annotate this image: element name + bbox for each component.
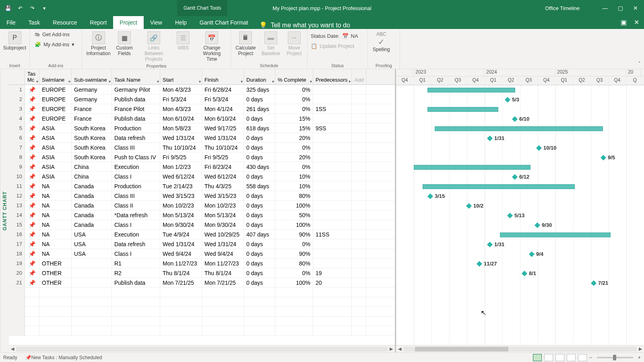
cell-subswimlane[interactable]: Germany	[72, 95, 112, 104]
cell-add[interactable]	[352, 143, 366, 152]
cell-finish[interactable]: Fri 5/3/24	[202, 95, 244, 104]
cell-swimlane[interactable]: ASIA	[39, 123, 72, 133]
cell-start[interactable]: Tue 4/9/24	[160, 230, 202, 239]
cell-start[interactable]	[160, 297, 202, 306]
gantt-row[interactable]: 6/10	[396, 114, 644, 124]
cell-pred[interactable]	[313, 210, 352, 220]
cell-start[interactable]: Mon 1/2/23	[160, 162, 202, 171]
table-row[interactable]: 13📌NACanadaClass IIMon 10/2/23Mon 10/2/2…	[9, 201, 395, 210]
column-header-duration[interactable]: Duration▾	[244, 69, 275, 84]
cell-finish[interactable]: Mon 7/21/25	[202, 278, 244, 287]
save-icon[interactable]: 💾	[3, 3, 13, 13]
cell-pct[interactable]	[275, 307, 313, 316]
cell-swimlane[interactable]: NA	[39, 220, 72, 229]
cell-subswimlane[interactable]	[72, 259, 112, 268]
table-row[interactable]	[9, 297, 395, 307]
cell-add[interactable]	[352, 123, 366, 133]
gantt-milestone[interactable]	[512, 174, 518, 180]
cell-add[interactable]	[352, 307, 366, 316]
cell-add[interactable]	[352, 191, 366, 200]
cell-subswimlane[interactable]: USA	[72, 230, 112, 239]
gantt-bar[interactable]	[423, 184, 575, 189]
tab-resource[interactable]: Resource	[46, 16, 83, 29]
task-mode-icon[interactable]: 📌	[25, 278, 39, 287]
cell-duration[interactable]: 0 days	[244, 143, 275, 152]
gantt-row[interactable]	[396, 124, 644, 134]
view-report-button[interactable]	[578, 354, 587, 361]
task-mode-icon[interactable]: 📌	[25, 239, 39, 249]
cell-swimlane[interactable]: NA	[39, 181, 72, 191]
cell-finish[interactable]: Mon 5/13/24	[202, 210, 244, 220]
table-row[interactable]	[9, 326, 395, 336]
zoom-out-button[interactable]: −	[589, 355, 592, 360]
subproject-button[interactable]: P Subproject	[3, 31, 26, 51]
gantt-row[interactable]	[396, 182, 644, 191]
column-header-subswimlane[interactable]: Sub-swimlane▾	[72, 69, 112, 84]
cell-finish[interactable]: Thu 8/1/24	[202, 268, 244, 278]
table-row[interactable]: 20📌OTHERR2Thu 8/1/24Thu 8/1/240 days0%19	[9, 268, 395, 278]
cell-duration[interactable]: 0 days	[244, 95, 275, 104]
cell-subswimlane[interactable]	[72, 288, 112, 297]
cell-finish[interactable]: Mon 9/30/24	[202, 220, 244, 229]
cell-subswimlane[interactable]: France	[72, 104, 112, 113]
cell-add[interactable]	[352, 249, 366, 258]
cell-start[interactable]: Mon 7/21/25	[160, 278, 202, 287]
cell-add[interactable]	[352, 152, 366, 162]
cell-add[interactable]	[352, 114, 366, 123]
cell-pred[interactable]	[313, 162, 352, 171]
cell-start[interactable]	[160, 288, 202, 297]
cell-taskname[interactable]	[112, 288, 160, 297]
filter-dropdown-icon[interactable]: ▾	[310, 79, 312, 84]
row-number[interactable]: 8	[9, 152, 25, 162]
cell-taskname[interactable]	[112, 317, 160, 326]
view-task-usage-button[interactable]	[544, 354, 553, 361]
cell-pct[interactable]: 15%	[275, 123, 313, 133]
cell-pred[interactable]	[313, 201, 352, 210]
cell-pred[interactable]	[313, 259, 352, 268]
cell-start[interactable]: Mon 5/13/24	[160, 210, 202, 220]
task-mode-icon[interactable]: 📌	[25, 133, 39, 142]
table-row[interactable]: 17📌NAUSAData refreshWed 1/31/24Wed 1/31/…	[9, 239, 395, 249]
cell-finish[interactable]: Wed 10/29/25	[202, 230, 244, 239]
row-number[interactable]: 12	[9, 191, 25, 200]
cell-pct[interactable]: 0%	[275, 104, 313, 113]
cell-swimlane[interactable]: OTHER	[39, 278, 72, 287]
cell-taskname[interactable]	[112, 297, 160, 306]
cell-pct[interactable]: 20%	[275, 133, 313, 142]
row-number[interactable]: 5	[9, 123, 25, 133]
cell-add[interactable]	[352, 239, 366, 249]
gantt-bar[interactable]	[414, 165, 530, 170]
gantt-bar[interactable]	[500, 232, 611, 237]
gantt-horizontal-scrollbar[interactable]: ◀ ▶	[396, 345, 644, 352]
task-mode-icon[interactable]: 📌	[25, 85, 39, 94]
table-row[interactable]: 10📌ASIAChinaClass IWed 6/12/24Wed 6/12/2…	[9, 172, 395, 181]
calculate-project-button[interactable]: 🖩Calculate Project	[234, 31, 257, 57]
cell-swimlane[interactable]: NA	[39, 191, 72, 200]
cell-duration[interactable]: 0 days	[244, 152, 275, 162]
cell-swimlane[interactable]: NA	[39, 210, 72, 220]
cell-taskname[interactable]: Class I	[112, 249, 160, 258]
cell-swimlane[interactable]: EUROPE	[39, 104, 72, 113]
cell-start[interactable]: Tue 2/14/23	[160, 181, 202, 191]
task-mode-icon[interactable]	[25, 317, 39, 326]
cell-pred[interactable]	[313, 85, 352, 94]
cell-duration[interactable]	[244, 326, 275, 335]
row-number[interactable]: 6	[9, 133, 25, 142]
cell-swimlane[interactable]: ASIA	[39, 143, 72, 152]
row-number[interactable]	[9, 288, 25, 297]
gantt-timescale[interactable]: 20232024202520 Q4Q1Q2Q3Q4Q1Q2Q3Q4Q1Q2Q3Q…	[396, 69, 644, 85]
cell-duration[interactable]: 430 days	[244, 162, 275, 171]
row-number[interactable]: 15	[9, 220, 25, 229]
gantt-milestone[interactable]	[601, 155, 606, 160]
cell-duration[interactable]: 0 days	[244, 268, 275, 278]
cell-taskname[interactable]: Publish data	[112, 95, 160, 104]
cell-finish[interactable]: Fri 8/23/24	[202, 162, 244, 171]
cell-pct[interactable]: 100%	[275, 278, 313, 287]
row-number[interactable]: 11	[9, 181, 25, 191]
undo-icon[interactable]: ↶	[15, 3, 25, 13]
cell-pct[interactable]: 50%	[275, 210, 313, 220]
gantt-row[interactable]: 5/3	[396, 95, 644, 105]
gantt-bar[interactable]	[427, 107, 498, 112]
table-row[interactable]: 1📌EUROPEGermanyGermany PilotMon 4/3/23Fr…	[9, 85, 395, 95]
cell-start[interactable]: Wed 3/15/23	[160, 191, 202, 200]
